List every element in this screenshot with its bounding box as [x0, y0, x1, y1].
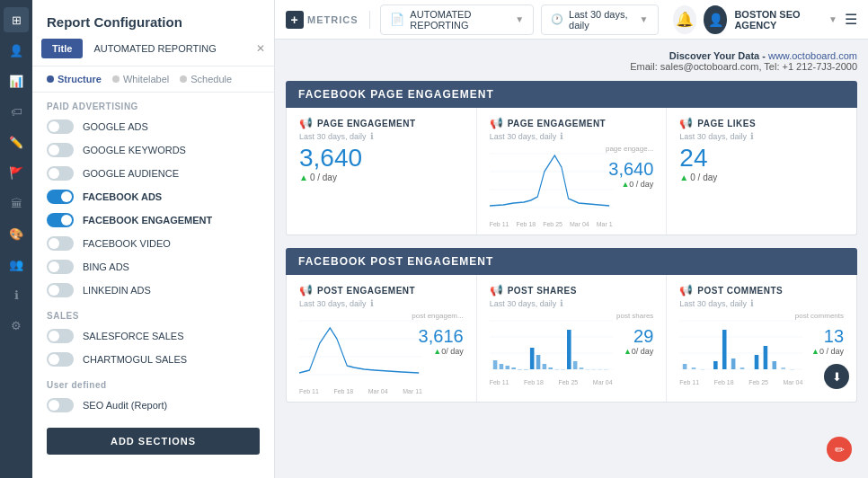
toggle-bing-ads-switch[interactable] [47, 260, 74, 274]
schedule-dot-icon [180, 75, 187, 83]
card2-overlay-value: 3,640 [608, 159, 653, 180]
toggle-salesforce[interactable]: SALESFORCE SALES [32, 324, 274, 348]
card3-title-row: 📢 PAGE LIKES [679, 117, 844, 129]
title-clear-btn[interactable]: ✕ [256, 42, 265, 55]
svg-rect-21 [548, 367, 553, 369]
svg-rect-17 [524, 369, 528, 370]
sidebar-icon-person[interactable]: 👥 [4, 252, 29, 277]
config-tabs-row: Title AUTOMATED REPORTING ✕ [32, 39, 274, 66]
post-card1-title: POST ENGAGEMENT [317, 286, 415, 296]
toggle-facebook-video-switch[interactable] [47, 236, 74, 251]
toggle-facebook-engagement-switch[interactable] [47, 213, 74, 227]
edit-button[interactable]: ✏ [827, 437, 852, 462]
brand-line: Discover Your Data - www.octoboard.com E… [286, 50, 857, 72]
post-card3-delta: ▲0 / day [811, 347, 844, 356]
user-avatar-button[interactable]: 👤 [704, 5, 727, 34]
svg-rect-39 [722, 330, 727, 369]
sidebar-icon-paint[interactable]: 🎨 [4, 221, 29, 246]
toggle-linkedin-ads[interactable]: LINKEDIN ADS [32, 279, 274, 302]
toggle-facebook-video[interactable]: FACEBOOK VIDEO [32, 232, 274, 255]
megaphone-icon-3: 📢 [679, 117, 693, 129]
plus-icon: + [286, 11, 304, 29]
post-card2-bar-chart [490, 312, 613, 375]
toggle-google-ads[interactable]: GOOGLE ADS [32, 115, 274, 138]
megaphone-icon-post3: 📢 [679, 284, 693, 297]
svg-rect-43 [764, 346, 768, 369]
card3-title: PAGE LIKES [697, 119, 756, 128]
svg-rect-35 [683, 364, 687, 369]
section-post-engagement-header: FACEBOOK POST ENGAGEMENT [286, 248, 857, 275]
post-card1-overlay: 3,616 ▲0/ day [419, 326, 464, 356]
post-card2-delta: ▲0/ day [624, 347, 653, 356]
card2-overlay-delta: ▲0 / day [608, 180, 653, 189]
toggle-facebook-engagement[interactable]: FACEBOOK ENGAGEMENT [32, 208, 274, 232]
toggle-bing-ads[interactable]: BING ADS [32, 255, 274, 279]
tab-title[interactable]: Title [41, 39, 83, 58]
section-page-engagement-header: FACEBOOK PAGE ENGAGEMENT [286, 81, 857, 108]
hamburger-menu-icon[interactable]: ☰ [845, 11, 857, 28]
post-card3-chart-area: post comments 13 ▲0 / day [679, 312, 844, 393]
toggle-seo-audit[interactable]: SEO Audit (Report) [32, 394, 274, 417]
card2-sparkline [490, 145, 613, 217]
subtab-whitelabel[interactable]: Whitelabel [112, 74, 169, 84]
brand-url: www.octoboard.com [768, 50, 857, 61]
sidebar-icon-user[interactable]: 👤 [4, 38, 29, 63]
toggle-salesforce-switch[interactable] [47, 329, 74, 343]
svg-rect-37 [701, 369, 705, 370]
toggle-google-ads-switch[interactable] [47, 120, 74, 134]
date-chevron-icon: ▼ [640, 14, 649, 24]
toggle-facebook-ads-switch[interactable] [47, 190, 74, 204]
post-card2-info-icon: ℹ [560, 298, 563, 308]
report-name: AUTOMATED REPORTING [410, 9, 509, 31]
post-card3-overlay: 13 ▲0 / day [811, 326, 844, 356]
card1-delta-text: 0 / day [310, 173, 337, 182]
toggle-google-audience-switch[interactable] [47, 166, 74, 181]
post-card2-subtitle: Last 30 days, daily ℹ [490, 298, 654, 308]
card1-info-icon: ℹ [370, 131, 374, 141]
sidebar-icon-pencil[interactable]: ✏️ [4, 129, 29, 155]
toggle-chartmogul[interactable]: CHARTMOGUL SALES [32, 348, 274, 371]
svg-rect-23 [561, 369, 565, 370]
post-card3-chart-label: post comments [795, 312, 844, 320]
svg-rect-36 [692, 367, 696, 369]
subtab-structure[interactable]: Structure [47, 74, 102, 84]
add-sections-button[interactable]: ADD SECTIONS [47, 428, 260, 455]
svg-rect-15 [511, 367, 516, 369]
agency-chevron-icon: ▼ [828, 14, 837, 24]
svg-rect-16 [518, 369, 522, 370]
svg-rect-24 [567, 330, 571, 369]
sidebar-icon-flag[interactable]: 🚩 [4, 160, 29, 185]
agency-selector[interactable]: BOSTON SEO AGENCY ▼ [734, 9, 837, 31]
card3-subtitle: Last 30 days, daily ℹ [679, 131, 844, 141]
toggle-seo-audit-switch[interactable] [47, 398, 74, 412]
sidebar-icon-chart[interactable]: 📊 [4, 68, 29, 93]
card1-subtitle: Last 30 days, daily ℹ [299, 131, 464, 141]
dashboard: Discover Your Data - www.octoboard.com E… [275, 40, 868, 478]
date-range-selector[interactable]: 🕐 Last 30 days, daily ▼ [541, 4, 658, 35]
toggle-linkedin-ads-switch[interactable] [47, 283, 74, 297]
agency-name: BOSTON SEO AGENCY [734, 9, 823, 31]
toggle-google-keywords-switch[interactable] [47, 143, 74, 157]
notification-bell-button[interactable]: 🔔 [673, 5, 696, 34]
toggle-google-keywords[interactable]: GOOGLE KEYWORDS [32, 138, 274, 162]
post-card2-chart-area: post shares 29 ▲0/ day [490, 312, 654, 393]
report-title-input[interactable]: AUTOMATED REPORTING [86, 39, 252, 58]
download-button[interactable]: ⬇ [824, 364, 849, 389]
sidebar-icon-settings[interactable]: ⚙ [4, 313, 29, 338]
svg-rect-42 [755, 355, 759, 369]
sidebar-icon-grid[interactable]: ⊞ [4, 7, 29, 32]
toggle-facebook-ads[interactable]: FACEBOOK ADS [32, 185, 274, 208]
card3-delta-text: 0 / day [690, 173, 717, 182]
svg-rect-14 [505, 366, 509, 369]
date-range: Last 30 days, daily [569, 9, 634, 31]
subtab-schedule[interactable]: Schedule [180, 74, 232, 84]
sidebar-icon-tag[interactable]: 🏷 [4, 99, 29, 124]
svg-rect-20 [542, 364, 546, 369]
card-page-likes: 📢 PAGE LIKES Last 30 days, daily ℹ 24 ▲ … [667, 108, 856, 235]
toggle-google-audience[interactable]: GOOGLE AUDIENCE [32, 162, 274, 185]
sidebar-icon-info[interactable]: ℹ [4, 282, 29, 307]
svg-rect-28 [591, 369, 596, 370]
toggle-chartmogul-switch[interactable] [47, 352, 74, 367]
sidebar-icon-building[interactable]: 🏛 [4, 190, 29, 216]
report-selector[interactable]: 📄 AUTOMATED REPORTING ▼ [380, 4, 534, 35]
